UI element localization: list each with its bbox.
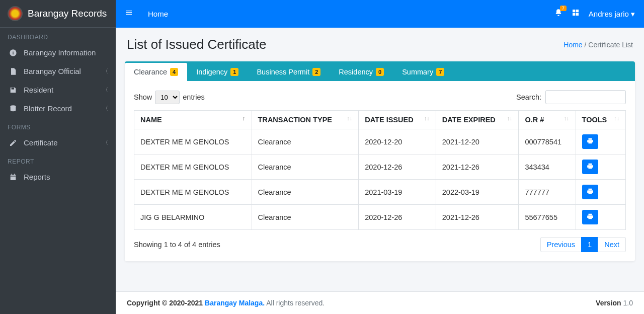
- sidebar-item-barangay-official[interactable]: Barangay Official〈: [0, 62, 116, 81]
- caret-down-icon: ▾: [631, 10, 635, 18]
- column-header[interactable]: O.R #↑↓: [519, 111, 576, 129]
- cell-tools: [576, 129, 625, 154]
- tab-business-permit[interactable]: Business Permit2: [248, 63, 330, 81]
- length-select[interactable]: 10: [155, 91, 180, 104]
- sort-icon: ↑↓: [347, 116, 352, 121]
- breadcrumb-home[interactable]: Home: [564, 41, 582, 49]
- cell-type: Clearance: [252, 154, 359, 180]
- db-icon: [8, 105, 19, 113]
- content-header: List of Issued Certificate Home / Certif…: [116, 28, 644, 57]
- breadcrumb: Home / Certificate List: [564, 41, 633, 49]
- column-header[interactable]: TRANSACTION TYPE↑↓: [252, 111, 359, 129]
- datatable-controls: Show 10 entries Search:: [134, 90, 626, 104]
- sidebar-item-blotter-record[interactable]: Blotter Record〈: [0, 99, 116, 118]
- sort-icon: ↑↓: [564, 116, 570, 121]
- sidebar-item-reports[interactable]: Reports: [0, 168, 116, 186]
- tab-residency[interactable]: Residency0: [330, 63, 393, 81]
- column-header[interactable]: TOOLS↑↓: [576, 111, 625, 129]
- cell-expired: 2021-12-20: [436, 129, 519, 154]
- cell-issued: 2020-12-26: [359, 154, 436, 180]
- chevron-left-icon: 〈: [103, 105, 108, 112]
- search-input[interactable]: [545, 90, 626, 104]
- print-icon: [587, 188, 594, 196]
- svg-rect-3: [12, 88, 14, 89]
- sort-icon: ↑↓: [507, 116, 512, 121]
- page-next[interactable]: Next: [598, 237, 626, 252]
- cal-icon: [8, 173, 19, 181]
- sidebar-item-resident[interactable]: Resident〈: [0, 81, 116, 99]
- sidebar-item-label: Resident: [24, 86, 53, 94]
- chevron-left-icon: 〈: [103, 67, 108, 75]
- apps-button[interactable]: [572, 9, 580, 19]
- cell-or: 000778541: [519, 129, 576, 154]
- tab-badge: 2: [312, 68, 320, 76]
- column-header[interactable]: DATE EXPIRED↑↓: [436, 111, 519, 129]
- print-button[interactable]: [582, 210, 598, 224]
- tab-label: Summary: [402, 68, 433, 76]
- cell-tools: [576, 154, 625, 180]
- length-suffix: entries: [183, 93, 205, 101]
- footer-version: 1.0: [623, 299, 633, 307]
- footer-copyright: Copyright © 2020-2021: [127, 299, 205, 307]
- cell-tools: [576, 205, 625, 230]
- cell-issued: 2020-12-26: [359, 205, 436, 230]
- cell-or: 777777: [519, 180, 576, 205]
- tab-label: Indigency: [196, 68, 227, 76]
- sort-icon: ↑: [243, 116, 246, 121]
- sidebar-item-label: Barangay Official: [24, 67, 81, 75]
- tabs: Clearance4Indigency1Business Permit2Resi…: [125, 63, 635, 81]
- column-header[interactable]: NAME↑: [134, 111, 252, 129]
- print-button[interactable]: [582, 160, 598, 174]
- menu-toggle-icon[interactable]: [125, 9, 133, 19]
- cell-or: 55677655: [519, 205, 576, 230]
- user-menu[interactable]: Andres jario ▾: [589, 10, 635, 19]
- tab-badge: 1: [230, 68, 238, 76]
- tab-badge: 4: [170, 68, 178, 76]
- svg-rect-6: [14, 174, 15, 175]
- page-title: List of Issued Certificate: [127, 37, 266, 52]
- footer-version-label: Version: [596, 299, 623, 307]
- table-row: DEXTER ME M GENOLOSClearance2020-12-2620…: [134, 154, 626, 180]
- sidebar-item-certificate[interactable]: Certificate〈: [0, 133, 116, 152]
- tab-summary[interactable]: Summary7: [393, 63, 453, 81]
- sidebar-section-header: DASHBOARD: [0, 28, 116, 43]
- sort-icon: ↑↓: [614, 116, 619, 121]
- brand-text: Barangay Records: [28, 8, 107, 19]
- footer-brand-link[interactable]: Barangay Malaga.: [205, 299, 265, 307]
- page-prev[interactable]: Previous: [540, 237, 582, 252]
- tab-label: Business Permit: [257, 68, 309, 76]
- certificate-card: Clearance4Indigency1Business Permit2Resi…: [125, 61, 635, 261]
- sidebar: Barangay Records DASHBOARDBarangay Infor…: [0, 0, 116, 314]
- print-icon: [587, 163, 594, 171]
- notifications-button[interactable]: 7: [554, 9, 562, 19]
- cell-issued: 2021-03-19: [359, 180, 436, 205]
- tab-indigency[interactable]: Indigency1: [187, 63, 248, 81]
- cell-name: DEXTER ME M GENOLOS: [134, 154, 252, 180]
- topbar-home-link[interactable]: Home: [148, 10, 168, 18]
- cell-name: JIG G BELARMINO: [134, 205, 252, 230]
- footer-rights: All rights reserved.: [266, 299, 325, 307]
- notification-count: 7: [560, 6, 567, 11]
- sidebar-item-label: Certificate: [24, 138, 58, 147]
- print-icon: [587, 213, 594, 221]
- tab-label: Residency: [339, 68, 373, 76]
- brand[interactable]: Barangay Records: [0, 0, 116, 28]
- print-button[interactable]: [582, 185, 598, 199]
- column-header[interactable]: DATE ISSUED↑↓: [359, 111, 436, 129]
- file-icon: [8, 67, 19, 75]
- sidebar-item-barangay-information[interactable]: Barangay Information: [0, 43, 116, 62]
- breadcrumb-current: Certificate List: [588, 41, 633, 49]
- cell-expired: 2021-12-26: [436, 205, 519, 230]
- brand-logo: [8, 6, 23, 21]
- edit-icon: [8, 139, 19, 147]
- svg-rect-5: [12, 174, 12, 175]
- print-button[interactable]: [582, 134, 598, 149]
- topbar: Home 7 Andres jario ▾: [116, 0, 644, 28]
- page-1[interactable]: 1: [581, 237, 598, 252]
- cell-type: Clearance: [252, 180, 359, 205]
- tab-clearance[interactable]: Clearance4: [125, 63, 187, 81]
- sort-icon: ↑↓: [424, 116, 430, 121]
- print-icon: [587, 137, 594, 146]
- save-icon: [8, 86, 19, 94]
- tab-badge: 0: [376, 68, 384, 76]
